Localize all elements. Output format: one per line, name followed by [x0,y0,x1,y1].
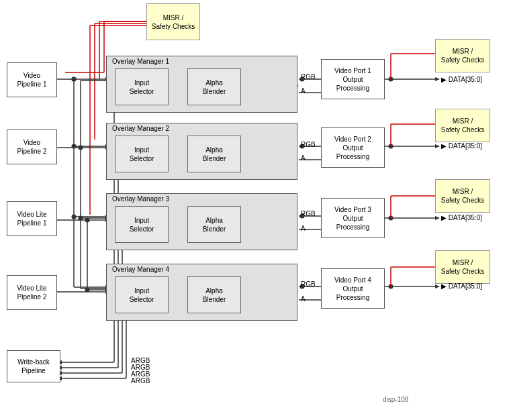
rgb-label-2: RGB [301,141,316,148]
overlay-manager-4: Overlay Manager 4 InputSelector AlphaBle… [106,264,297,321]
video-lite-pipeline-2-block: Video LitePipeline 2 [7,275,57,310]
svg-point-44 [85,288,90,293]
misr-top-label: MISR /Safety Checks [152,13,195,31]
alpha-blender-2: AlphaBlender [187,136,241,172]
vlp2-label: Video LitePipeline 2 [17,284,46,301]
data-output-2: ▶ DATA[35:0] [441,142,482,150]
om4-label: Overlay Manager 4 [112,266,169,273]
svg-point-114 [389,216,393,221]
vpo2-label: Video Port 2OutputProcessing [334,135,371,161]
overlay-manager-2: Overlay Manager 2 InputSelector AlphaBle… [106,123,297,180]
ab4-label: AlphaBlender [203,286,226,304]
a-label-4: A [301,295,306,303]
vp1-label: VideoPipeline 1 [17,71,47,89]
alpha-blender-4: AlphaBlender [187,276,241,313]
input-selector-3: InputSelector [115,206,169,243]
svg-point-40 [85,218,90,223]
overlay-manager-3: Overlay Manager 3 InputSelector AlphaBle… [106,193,297,250]
diagram-container: Write-back Pipeline VideoPipeline 1 Vide… [0,0,511,420]
input-selector-4: InputSelector [115,276,169,313]
ab3-label: AlphaBlender [203,216,226,233]
rgb-label-4: RGB [301,280,316,288]
a-label-1: A [301,87,306,95]
om3-label: Overlay Manager 3 [112,195,169,203]
svg-point-102 [389,77,393,82]
misr-r2-label: MISR /Safety Checks [441,117,484,134]
misr-right-1: MISR /Safety Checks [435,39,490,72]
misr-right-4: MISR /Safety Checks [435,250,490,284]
alpha-blender-1: AlphaBlender [187,68,241,105]
svg-marker-107 [435,144,440,148]
svg-marker-101 [435,77,440,81]
video-port-output-4: Video Port 4OutputProcessing [321,268,385,309]
svg-marker-113 [435,216,440,220]
ab2-label: AlphaBlender [203,146,226,163]
misr-r4-label: MISR /Safety Checks [441,258,484,276]
svg-point-14 [72,77,77,82]
rgb-label-3: RGB [301,210,316,217]
video-port-output-1: Video Port 1OutputProcessing [321,59,385,99]
video-port-output-2: Video Port 2OutputProcessing [321,127,385,168]
misr-right-3: MISR /Safety Checks [435,179,490,213]
argb-label-4: ARGB [131,377,150,384]
is2-label: InputSelector [130,146,154,163]
data-output-1: ▶ DATA[35:0] [441,76,482,83]
svg-marker-119 [435,284,440,288]
is3-label: InputSelector [130,216,154,233]
svg-point-22 [72,215,77,219]
svg-point-108 [389,144,393,149]
vlp1-label: Video LitePipeline 1 [17,210,46,227]
svg-point-13 [72,77,77,82]
diagram-id: disp-108 [383,396,408,403]
vpo1-label: Video Port 1OutputProcessing [334,66,371,93]
rgb-label-1: RGB [301,73,316,81]
ab1-label: AlphaBlender [203,78,226,96]
misr-r3-label: MISR /Safety Checks [441,187,484,205]
svg-point-32 [79,216,83,221]
write-back-pipeline-block: Write-back Pipeline [7,350,60,382]
om2-label: Overlay Manager 2 [112,125,169,132]
video-port-output-3: Video Port 3OutputProcessing [321,198,385,238]
vpo4-label: Video Port 4OutputProcessing [334,276,371,302]
misr-top-block: MISR /Safety Checks [146,3,200,40]
is1-label: InputSelector [130,78,154,96]
video-pipeline-1-block: VideoPipeline 1 [7,62,57,97]
video-pipeline-2-block: VideoPipeline 2 [7,129,57,164]
a-label-2: A [301,154,306,162]
input-selector-2: InputSelector [115,136,169,172]
svg-point-28 [79,146,83,150]
data-output-3: ▶ DATA[35:0] [441,214,482,221]
a-label-3: A [301,225,306,232]
write-back-label: Write-back Pipeline [7,358,60,375]
om1-label: Overlay Manager 1 [112,58,169,65]
vpo3-label: Video Port 3OutputProcessing [334,205,371,231]
svg-point-18 [72,144,77,149]
input-selector-1: InputSelector [115,68,169,105]
is4-label: InputSelector [130,286,154,304]
alpha-blender-3: AlphaBlender [187,206,241,243]
svg-point-120 [389,284,393,289]
misr-r1-label: MISR /Safety Checks [441,47,484,64]
video-lite-pipeline-1-block: Video LitePipeline 1 [7,201,57,236]
data-output-4: ▶ DATA[35:0] [441,282,482,290]
overlay-manager-1: Overlay Manager 1 InputSelector AlphaBle… [106,56,297,113]
vp2-label: VideoPipeline 2 [17,138,47,156]
misr-right-2: MISR /Safety Checks [435,109,490,142]
